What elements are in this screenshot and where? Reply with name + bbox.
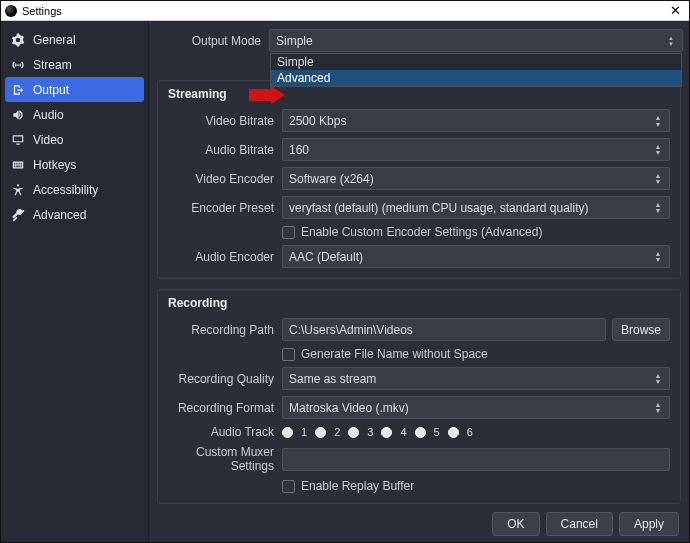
app-icon [5,5,17,17]
chevron-updown-icon: ▲▼ [651,246,665,267]
checkbox-icon [282,348,295,361]
audio-encoder-select[interactable]: AAC (Default) ▲▼ [282,245,670,268]
enable-replay-buffer-checkbox[interactable]: Enable Replay Buffer [282,479,414,493]
speaker-icon [11,108,25,122]
recording-format-select[interactable]: Matroska Video (.mkv) ▲▼ [282,396,670,419]
recording-format-value: Matroska Video (.mkv) [289,401,409,415]
sidebar-item-label: Stream [33,58,72,72]
custom-muxer-input[interactable] [282,448,670,471]
chevron-updown-icon: ▲▼ [651,397,665,418]
enable-custom-encoder-checkbox[interactable]: Enable Custom Encoder Settings (Advanced… [282,225,542,239]
sidebar-item-label: Hotkeys [33,158,76,172]
recording-format-label: Recording Format [168,401,282,415]
recording-quality-value: Same as stream [289,372,376,386]
footer-buttons: OK Cancel Apply [155,508,683,542]
broadcast-icon [11,58,25,72]
sidebar-item-video[interactable]: Video [1,127,148,152]
cancel-button[interactable]: Cancel [546,512,613,536]
encoder-preset-label: Encoder Preset [168,201,282,215]
ok-button[interactable]: OK [492,512,539,536]
audio-bitrate-value: 160 [289,143,309,157]
chevron-updown-icon: ▲▼ [664,30,678,51]
output-mode-option-simple[interactable]: Simple [271,54,681,70]
monitor-icon [11,133,25,147]
sidebar-item-output[interactable]: Output [5,77,144,102]
audio-track-radio-1[interactable] [282,427,293,438]
keyboard-icon [11,158,25,172]
output-mode-select[interactable]: Simple ▲▼ Simple Advanced [269,29,683,52]
output-mode-label: Output Mode [155,34,269,48]
gear-icon [11,33,25,47]
recording-path-value: C:\Users\Admin\Videos [289,323,413,337]
recording-path-label: Recording Path [168,323,282,337]
streaming-section: Streaming Video Bitrate 2500 Kbps ▲▼ Aud… [157,80,681,279]
recording-quality-label: Recording Quality [168,372,282,386]
video-encoder-label: Video Encoder [168,172,282,186]
tools-icon [11,208,25,222]
audio-encoder-value: AAC (Default) [289,250,363,264]
audio-track-group: 1 2 3 4 5 6 [282,426,473,438]
recording-path-input[interactable]: C:\Users\Admin\Videos [282,318,606,341]
audio-track-label: Audio Track [168,425,282,439]
video-bitrate-label: Video Bitrate [168,114,282,128]
spinner-arrows-icon[interactable]: ▲▼ [651,110,665,131]
sidebar-item-label: General [33,33,76,47]
output-icon [11,83,25,97]
content-area: Output Mode Simple ▲▼ Simple Advanced [149,21,689,542]
generate-filename-label: Generate File Name without Space [301,347,488,361]
video-bitrate-value: 2500 Kbps [289,114,346,128]
sidebar-item-general[interactable]: General [1,27,148,52]
audio-track-radio-3[interactable] [348,427,359,438]
checkbox-icon [282,226,295,239]
sidebar-item-stream[interactable]: Stream [1,52,148,77]
sidebar-item-advanced[interactable]: Advanced [1,202,148,227]
audio-track-radio-2[interactable] [315,427,326,438]
apply-button[interactable]: Apply [619,512,679,536]
recording-heading: Recording [168,296,282,310]
output-mode-dropdown[interactable]: Simple Advanced [270,53,682,87]
output-mode-value: Simple [276,34,313,48]
recording-section: Recording Recording Path C:\Users\Admin\… [157,289,681,504]
video-encoder-select[interactable]: Software (x264) ▲▼ [282,167,670,190]
red-arrow-annotation [249,86,285,104]
sidebar-item-hotkeys[interactable]: Hotkeys [1,152,148,177]
audio-bitrate-select[interactable]: 160 ▲▼ [282,138,670,161]
chevron-updown-icon: ▲▼ [651,197,665,218]
settings-window: Settings ✕ General Stream Output [0,0,690,543]
settings-body: General Stream Output Audio [1,21,689,542]
video-bitrate-input[interactable]: 2500 Kbps ▲▼ [282,109,670,132]
recording-quality-select[interactable]: Same as stream ▲▼ [282,367,670,390]
audio-track-radio-6[interactable] [448,427,459,438]
sidebar-item-label: Output [33,83,69,97]
chevron-updown-icon: ▲▼ [651,368,665,389]
content-scroll: Output Mode Simple ▲▼ Simple Advanced [155,25,683,508]
enable-custom-encoder-label: Enable Custom Encoder Settings (Advanced… [301,225,542,239]
sidebar-item-accessibility[interactable]: Accessibility [1,177,148,202]
sidebar: General Stream Output Audio [1,21,149,542]
window-title: Settings [22,5,665,17]
enable-replay-buffer-label: Enable Replay Buffer [301,479,414,493]
output-mode-option-advanced[interactable]: Advanced [271,70,681,86]
close-icon[interactable]: ✕ [665,3,685,18]
sidebar-item-label: Audio [33,108,64,122]
checkbox-icon [282,480,295,493]
sidebar-item-label: Accessibility [33,183,98,197]
video-encoder-value: Software (x264) [289,172,374,186]
generate-filename-checkbox[interactable]: Generate File Name without Space [282,347,488,361]
chevron-updown-icon: ▲▼ [651,139,665,160]
titlebar: Settings ✕ [1,1,689,21]
custom-muxer-label: Custom Muxer Settings [168,445,282,473]
audio-bitrate-label: Audio Bitrate [168,143,282,157]
audio-track-radio-4[interactable] [381,427,392,438]
encoder-preset-select[interactable]: veryfast (default) (medium CPU usage, st… [282,196,670,219]
accessibility-icon [11,183,25,197]
browse-button[interactable]: Browse [612,318,670,341]
audio-encoder-label: Audio Encoder [168,250,282,264]
sidebar-item-label: Advanced [33,208,86,222]
sidebar-item-label: Video [33,133,63,147]
sidebar-item-audio[interactable]: Audio [1,102,148,127]
svg-marker-0 [249,86,285,104]
encoder-preset-value: veryfast (default) (medium CPU usage, st… [289,201,588,215]
audio-track-radio-5[interactable] [415,427,426,438]
chevron-updown-icon: ▲▼ [651,168,665,189]
